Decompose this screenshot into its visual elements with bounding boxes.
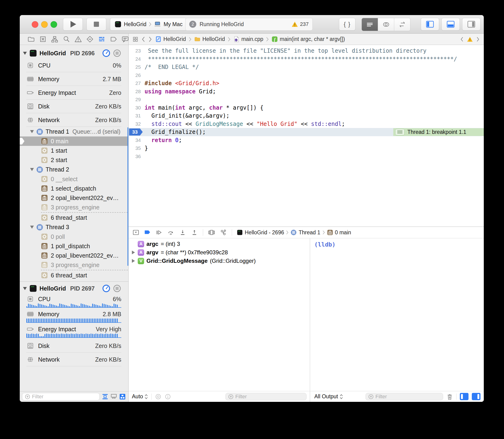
performance-gauges-button[interactable]: [102, 49, 110, 57]
gauge-row-disk[interactable]: DiskZero KB/s: [20, 339, 128, 353]
disclosure-triangle-icon[interactable]: [23, 52, 27, 55]
console-view[interactable]: (lldb): [310, 238, 484, 391]
code-line-30[interactable]: 30int main(int argc, char * argv[]) {: [129, 104, 484, 112]
gauge-row-network[interactable]: NetworkZero KB/s: [20, 113, 128, 127]
show-console-pane-button[interactable]: [472, 393, 481, 400]
line-number[interactable]: 29: [129, 97, 145, 102]
show-variables-pane-button[interactable]: [460, 393, 469, 400]
stack-frame-row[interactable]: 1 select_dispatch: [20, 184, 128, 193]
code-line-24[interactable]: 24 *************************************…: [129, 55, 484, 63]
gauge-row-network[interactable]: NetworkZero KB/s: [20, 353, 128, 366]
back-button[interactable]: [141, 36, 145, 42]
debug-breadcrumb-item[interactable]: 0 main: [327, 229, 351, 236]
run-button[interactable]: [63, 18, 83, 31]
view-process-by-thread-button[interactable]: [113, 49, 121, 57]
line-number[interactable]: 27: [129, 80, 145, 86]
annotation-menu-button[interactable]: [395, 129, 405, 135]
debug-breadcrumb-item[interactable]: HelloGrid - 2696: [237, 229, 284, 236]
quicklook-button[interactable]: [155, 394, 162, 400]
stack-frame-row[interactable]: 2 start: [20, 155, 128, 165]
gauge-row-disk[interactable]: DiskZero KB/s: [20, 99, 128, 113]
code-line-32[interactable]: 32 std::cout << GridLogMessage << "Hello…: [129, 120, 484, 128]
disclosure-triangle-icon[interactable]: [132, 251, 135, 254]
variables-scope-menu[interactable]: Auto: [132, 393, 148, 400]
stack-frame-row[interactable]: 1 start: [20, 146, 128, 155]
stack-frame-row[interactable]: 2 opal_libevent2022_ev…: [20, 251, 128, 260]
sidebar-divider[interactable]: [128, 34, 129, 402]
memory-graph-button[interactable]: [220, 229, 227, 236]
performance-gauges-button[interactable]: [102, 284, 110, 293]
variables-filter-input[interactable]: Filter: [225, 393, 306, 401]
stack-frame-row[interactable]: 3 progress_engine: [20, 203, 128, 212]
continue-button[interactable]: [155, 229, 163, 236]
line-number[interactable]: 25: [129, 64, 145, 70]
standard-editor-button[interactable]: [362, 18, 378, 31]
jumpbar-item[interactable]: C+main.cpp: [233, 36, 263, 42]
process-row[interactable]: HelloGridPID 2697: [20, 283, 128, 294]
code-line-35[interactable]: 35}: [129, 144, 484, 152]
gauge-row-energy-impact[interactable]: Energy ImpactVery High: [20, 324, 128, 339]
warning-icon[interactable]: [292, 21, 298, 27]
jumpbar-item[interactable]: HelloGrid: [194, 36, 225, 42]
filter-threads-button[interactable]: [119, 393, 126, 400]
navigator-tab-debug-navigator-icon[interactable]: [98, 35, 105, 43]
gauge-row-cpu[interactable]: CPU0%: [20, 59, 128, 72]
line-number[interactable]: 36: [129, 154, 145, 159]
code-snippets-button[interactable]: { }: [339, 18, 355, 31]
console-filter-input[interactable]: Filter: [365, 393, 443, 401]
disclosure-triangle-icon[interactable]: [132, 259, 135, 263]
line-number[interactable]: 35: [129, 145, 145, 151]
breakpoint-marker[interactable]: 33: [129, 128, 143, 135]
debug-breadcrumb-item[interactable]: Thread 1: [291, 229, 320, 236]
activity-status[interactable]: 2 Running HelloGrid 237: [185, 18, 313, 31]
disclosure-triangle-icon[interactable]: [30, 226, 34, 229]
line-number[interactable]: 31: [129, 113, 145, 119]
minimize-window-button[interactable]: [41, 21, 48, 28]
navigator-filter-input[interactable]: Filter: [22, 393, 100, 401]
stack-frame-row[interactable]: 0 poll: [20, 232, 128, 241]
navigator-tab-issue-navigator-icon[interactable]: [74, 35, 82, 43]
gauge-row-memory[interactable]: Memory2.8 MB: [20, 309, 128, 324]
disclosure-triangle-icon[interactable]: [30, 168, 34, 171]
code-line-27[interactable]: 27#include <Grid/Grid.h>: [129, 79, 484, 87]
jumpbar-item[interactable]: HelloGrid: [155, 36, 186, 42]
line-number[interactable]: 28: [129, 89, 145, 94]
line-number[interactable]: 30: [129, 105, 145, 110]
code-line-23[interactable]: 23 See the full license in the file "LIC…: [129, 47, 484, 55]
line-number[interactable]: 32: [129, 121, 145, 127]
info-button[interactable]: [165, 394, 171, 400]
clear-console-button[interactable]: [446, 393, 453, 400]
disclosure-triangle-icon[interactable]: [30, 130, 34, 133]
step-into-button[interactable]: [179, 229, 187, 236]
line-number[interactable]: 34: [129, 137, 145, 143]
debug-view-hierarchy-button[interactable]: [208, 229, 215, 236]
process-row[interactable]: HelloGridPID 2696: [20, 48, 128, 59]
stack-frame-row[interactable]: 0 __select: [20, 174, 128, 184]
scheme-selector[interactable]: HelloGrid My Mac: [110, 18, 187, 31]
code-line-31[interactable]: 31 Grid_init(&argc,&argv);: [129, 112, 484, 120]
console-scope-menu[interactable]: All Output: [314, 393, 343, 400]
navigator-tab-find-navigator-icon[interactable]: [62, 35, 70, 43]
stack-frame-row[interactable]: 6 thread_start: [20, 213, 128, 222]
thread-row[interactable]: Thread 2: [20, 165, 128, 174]
close-window-button[interactable]: [32, 21, 38, 28]
gauge-row-memory[interactable]: Memory2.7 MB: [20, 72, 128, 86]
thread-row[interactable]: Thread 1Queue:…d (serial): [20, 127, 128, 136]
toggle-inspector-button[interactable]: [462, 18, 481, 31]
code-line-33[interactable]: 33 Grid_finalize();Thread 1: breakpoint …: [129, 128, 484, 136]
variable-row[interactable]: Aargc = (int) 3: [129, 240, 310, 248]
variable-row[interactable]: Aargv = (char **) 0x7ffee9039c28: [129, 248, 310, 257]
navigator-tab-project-navigator-icon[interactable]: [27, 35, 35, 43]
show-all-frames-button[interactable]: [110, 393, 117, 400]
line-number[interactable]: 24: [129, 56, 145, 62]
gauge-row-energy-impact[interactable]: Energy ImpactZero: [20, 86, 128, 99]
scroll-indicator[interactable]: [128, 127, 128, 266]
navigator-tab-report-navigator-icon[interactable]: [121, 35, 129, 43]
toggle-navigator-button[interactable]: [421, 18, 439, 31]
code-line-34[interactable]: 34 return 0;: [129, 136, 484, 145]
pane-divider[interactable]: [310, 238, 310, 402]
stack-frame-row[interactable]: 1 poll_dispatch: [20, 241, 128, 251]
toggle-debug-area-button[interactable]: [442, 18, 460, 31]
collapse-frames-button[interactable]: [102, 393, 109, 400]
next-issue-button[interactable]: [476, 37, 480, 42]
